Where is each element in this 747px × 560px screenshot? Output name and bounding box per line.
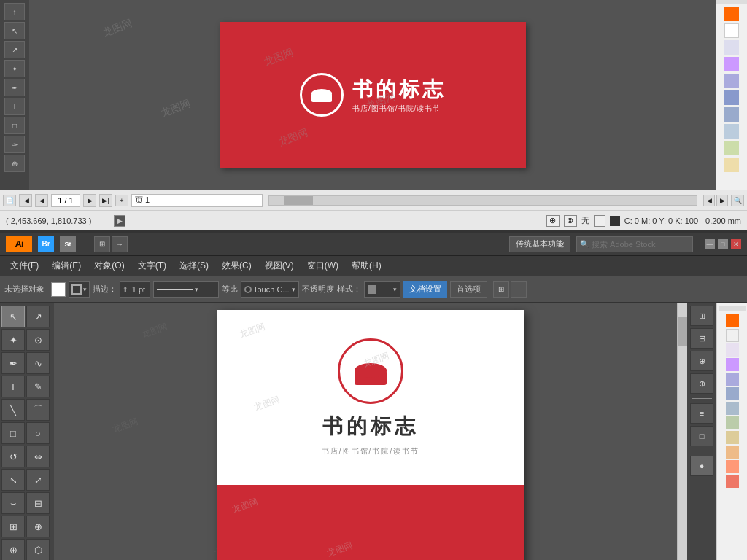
top-tool-9[interactable]: ⊕ [4,155,25,172]
swatch[interactable] [724,74,739,88]
fill-color-box[interactable] [51,282,66,297]
select-tool[interactable]: ↖ [1,306,25,327]
menu-select[interactable]: 选择(S) [174,257,214,275]
swatch-2[interactable] [726,329,739,342]
status-icon-3[interactable] [594,215,605,227]
layout-btn[interactable]: ⊞ [94,236,110,252]
maximize-btn[interactable]: □ [718,239,728,249]
swatch[interactable] [724,23,739,38]
free-transform-tool[interactable]: ⊞ [1,516,25,537]
swatch[interactable] [724,57,739,71]
swatch-1[interactable] [726,314,739,327]
swatch-10[interactable] [726,446,739,459]
vertical-scrollbar[interactable] [677,303,687,560]
search-bar[interactable]: 🔍 [576,236,693,252]
layers-panel-btn[interactable]: ⊞ [690,306,713,326]
direct-select-tool[interactable]: ↗ [26,306,50,327]
horizontal-scrollbar-top[interactable] [268,195,697,206]
menu-type[interactable]: 文字(T) [132,257,172,275]
type-tool[interactable]: T [1,376,25,397]
swatch-9[interactable] [726,431,739,444]
swatch-7[interactable] [726,402,739,415]
status-icon-2[interactable]: ⊗ [564,215,577,227]
swatch-5[interactable] [726,373,739,386]
menu-window[interactable]: 窗口(W) [301,257,344,275]
ellipse-tool[interactable]: ○ [26,422,50,444]
close-btn[interactable]: ✕ [731,239,741,249]
width-tool[interactable]: ⊟ [26,492,50,514]
status-arrow-btn[interactable]: ▶ [114,215,125,227]
top-tool-5[interactable]: ✒ [4,79,25,96]
appearance-panel-btn[interactable]: ● [690,456,713,476]
page-first-btn[interactable]: |◀ [19,194,32,207]
align-panel-btn[interactable]: ≡ [690,403,713,424]
new-page-btn[interactable]: + [115,195,128,206]
warp-tool[interactable]: ⌣ [1,492,25,514]
swatch-8[interactable] [726,416,739,429]
reflect-tool[interactable]: ⇔ [26,446,50,467]
style-color-box[interactable]: ▾ [364,281,400,298]
swatch-6[interactable] [726,387,739,400]
doc-settings-btn[interactable]: 文档设置 [403,281,447,298]
arrow-btn[interactable]: → [112,236,128,252]
swatch-11[interactable] [726,460,739,473]
lasso-tool[interactable]: ⊙ [26,329,50,351]
page-last-btn[interactable]: ▶| [99,194,112,207]
menu-edit[interactable]: 编辑(E) [46,257,87,275]
puppet-warp-tool[interactable]: ⊕ [26,516,50,537]
page-file-icon[interactable]: 📄 [3,195,16,206]
page-number-input[interactable] [51,194,80,207]
shear-tool[interactable]: ⤢ [26,469,50,491]
pt-stepper[interactable]: ⬆ [120,281,150,298]
scale-tool[interactable]: ⤡ [1,469,25,491]
touch-dropdown[interactable]: Touch C... ▾ [241,281,299,298]
v-scroll-thumb[interactable] [678,317,687,346]
status-icon-1[interactable]: ⊕ [546,215,560,227]
minimize-btn[interactable]: — [705,239,715,249]
align-btn[interactable]: ⊞ [493,281,509,298]
touch-type-tool[interactable]: ✎ [26,376,50,397]
curvature-tool[interactable]: ∿ [26,352,50,374]
rectangle-tool[interactable]: □ [1,422,25,444]
shape-builder-tool[interactable]: ⊕ [1,539,25,560]
properties-panel-btn[interactable]: ⊟ [690,328,713,349]
swatch[interactable] [724,90,739,105]
top-tool-3[interactable]: ↗ [4,41,25,58]
page-prev-btn[interactable]: ◀ [35,194,48,207]
stroke-line-select[interactable]: ▾ [153,281,219,298]
swatch[interactable] [724,7,739,21]
brushes-panel-btn[interactable]: ⊕ [690,373,713,394]
workspace-dropdown[interactable]: 传统基本功能 [509,236,570,252]
swatch[interactable] [724,158,739,172]
page-next-btn[interactable]: ▶ [83,194,96,207]
top-tool-8[interactable]: ✑ [4,136,25,153]
distribute-btn[interactable]: ⋮ [511,281,527,298]
scroll-thumb[interactable] [284,196,313,205]
fill-type-select[interactable]: ▾ [69,281,90,298]
swatch[interactable] [724,40,739,55]
scroll-right-btn[interactable]: ▶ [716,195,728,206]
top-tool-2[interactable]: ↖ [4,22,25,39]
swatch[interactable] [724,107,739,122]
swatch[interactable] [724,141,739,155]
magic-wand-tool[interactable]: ✦ [1,329,25,351]
swatch-4[interactable] [726,358,739,371]
swatch-12[interactable] [726,475,739,488]
menu-object[interactable]: 对象(O) [88,257,130,275]
swatch[interactable] [724,124,739,139]
stroke-pt-input[interactable] [130,285,147,294]
symbols-panel-btn[interactable]: ⊕ [690,351,713,371]
arc-tool[interactable]: ⌒ [26,399,50,421]
live-paint-tool[interactable]: ⬡ [26,539,50,560]
swatch-3[interactable] [726,343,739,357]
top-tool-7[interactable]: □ [4,117,25,134]
top-tool-1[interactable]: ↑ [4,3,25,20]
menu-view[interactable]: 视图(V) [259,257,300,275]
preferences-btn[interactable]: 首选项 [450,281,487,298]
pen-tool[interactable]: ✒ [1,352,25,374]
menu-effect[interactable]: 效果(C) [216,257,258,275]
top-tool-4[interactable]: ✦ [4,60,25,77]
menu-help[interactable]: 帮助(H) [346,257,387,275]
rotate-tool[interactable]: ↺ [1,446,25,467]
top-tool-6[interactable]: T [4,98,25,115]
